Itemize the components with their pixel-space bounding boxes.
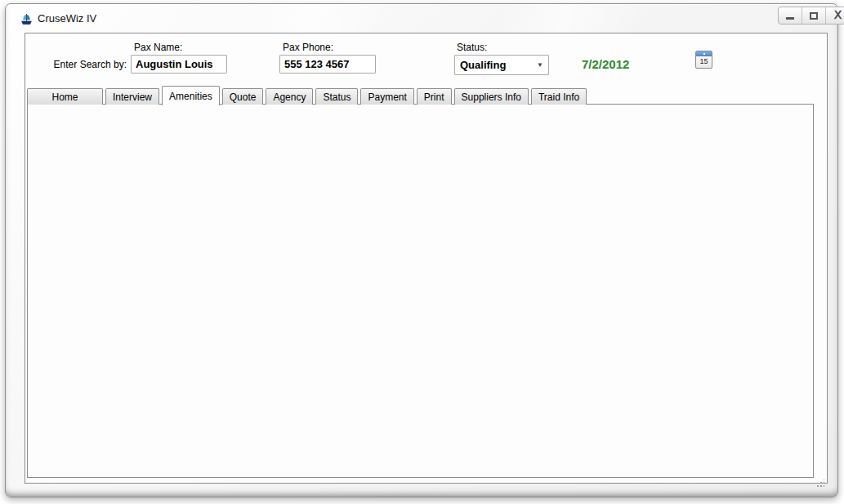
tab-home[interactable]: Home: [27, 88, 103, 105]
pax-phone-label: Pax Phone:: [283, 42, 333, 53]
calendar-dot: [703, 53, 705, 55]
pax-phone-input[interactable]: [279, 55, 376, 74]
status-select[interactable]: Qualifing ▼: [454, 55, 549, 75]
minimize-icon: [786, 17, 794, 20]
tab-agency[interactable]: Agency: [266, 88, 313, 105]
resize-grip[interactable]: [816, 479, 824, 488]
pax-name-input[interactable]: [131, 55, 227, 74]
enter-search-label: Enter Search by:: [29, 59, 127, 70]
pax-name-label: Pax Name:: [134, 42, 182, 53]
tab-interview[interactable]: Interview: [105, 88, 159, 105]
window-title: CruseWiz IV: [38, 12, 96, 25]
tab-suppliers-info[interactable]: Suppliers Info: [454, 88, 529, 105]
tab-amenities[interactable]: Amenities: [162, 86, 220, 105]
tab-payment[interactable]: Payment: [360, 88, 413, 105]
tab-traid-info[interactable]: Traid Info: [531, 88, 587, 105]
status-value: Qualifing: [460, 59, 506, 71]
close-icon: Ⅹ: [834, 10, 842, 21]
window-controls: Ⅹ: [778, 7, 844, 25]
calendar-icon[interactable]: 15: [695, 51, 712, 69]
tab-print[interactable]: Print: [417, 88, 452, 105]
maximize-button[interactable]: [802, 7, 826, 24]
tab-status[interactable]: Status: [315, 88, 358, 105]
calendar-day: 15: [696, 57, 712, 65]
chevron-down-icon: ▼: [537, 61, 543, 69]
app-ship-icon: [20, 12, 33, 26]
minimize-button[interactable]: [779, 7, 802, 24]
tab-strip: Home Interview Amenities Quote Agency St…: [27, 84, 589, 105]
status-label: Status:: [457, 42, 487, 53]
current-date: 7/2/2012: [582, 57, 629, 71]
close-button[interactable]: Ⅹ: [826, 7, 844, 24]
tab-quote[interactable]: Quote: [222, 88, 264, 105]
maximize-icon: [810, 12, 818, 20]
amenities-tab-page: [27, 104, 814, 478]
